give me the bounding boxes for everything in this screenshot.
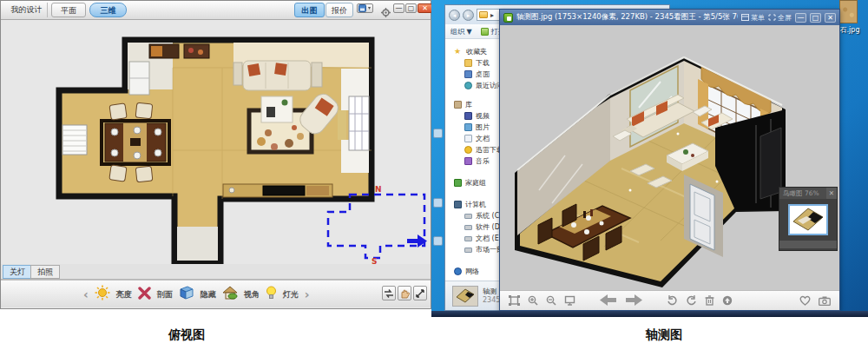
desktop-screenshot: 石.jpg ◂ ▸ ▸ 组织 ▼ 打开 ★收藏夹 下载 桌面 最近访问的位 库 … [431,0,868,317]
desktop-icon[interactable] [433,236,443,246]
cube-icon[interactable] [179,286,194,303]
navigator-title: 鸟瞰图 76% [783,188,819,199]
tab-3d[interactable]: 三维 [89,3,127,17]
drive-icon [464,225,472,230]
downloads-icon [464,59,472,67]
viewer-close-button[interactable]: ✕ [825,13,836,23]
prev-tools-chevron[interactable]: ‹ [83,287,89,301]
actual-size-icon[interactable] [564,293,575,309]
open-icon [481,28,489,36]
desktop-icon[interactable] [433,198,443,208]
photo-viewer-window: 轴测图.jpg (1753×1240像素, 227KB) - 2345看图王 -… [499,9,840,311]
rotate-left-icon[interactable] [667,293,678,309]
navigator-thumbnail[interactable] [788,204,828,235]
viewer-maximize-button[interactable]: □ [810,13,821,23]
next-image-icon[interactable] [625,293,642,309]
navigator-close-icon[interactable]: ✕ [826,188,837,199]
axonometric-image[interactable] [500,25,839,292]
refresh-view-button[interactable] [382,286,396,300]
prev-image-icon[interactable] [600,293,617,309]
quote-button[interactable]: 报价 [326,3,353,17]
export-button[interactable]: 出图 [294,3,325,17]
left-window [62,125,87,155]
lights-off-tab[interactable]: 关灯 [3,265,32,279]
maximize-button[interactable]: ▢ [405,3,417,13]
sun-icon[interactable] [95,285,110,304]
section-label[interactable]: 剖面 [157,289,173,300]
videos-icon [464,112,472,120]
swap-arrows-icon [384,288,394,299]
snapshot-tab[interactable]: 拍照 [30,265,60,279]
desktop-folder-icon [464,70,472,78]
red-x-icon[interactable] [138,287,151,303]
lighting-label[interactable]: 灯光 [283,289,299,300]
floorplan-canvas[interactable]: N S [1,20,431,264]
tv-console [223,184,332,197]
zoom-out-icon[interactable] [546,293,556,309]
breadcrumb-arrow: ▸ [490,11,494,19]
organize-menu[interactable]: 组织 ▼ [450,27,472,36]
forward-button[interactable]: ▸ [463,10,474,21]
homegroup-icon [454,179,462,187]
viewangle-label[interactable]: 视角 [244,289,260,300]
minimize-button[interactable]: — [393,3,404,13]
next-tools-chevron[interactable]: › [305,287,310,301]
house-icon[interactable] [222,286,238,303]
bottom-tool-tray: ‹ 亮度 剖面 隐藏 视角 灯光 › [1,280,431,307]
sofa-set [233,61,322,90]
viewer-titlebar[interactable]: 轴测图.jpg (1753×1240像素, 227KB) - 2345看图王 -… [500,10,839,25]
pictures-icon [464,123,472,131]
computer-icon [454,201,462,208]
fullscreen-button[interactable]: 全屏 [768,13,792,23]
stone-jpg-icon[interactable] [839,0,858,23]
favorite-icon[interactable] [799,293,811,309]
viewer-toolbar [500,290,839,310]
composite-figure: 我的设计 平面 三维 出图 报价 — ▢ ✕ [0,0,868,350]
recent-places-icon [464,82,472,89]
zoom-in-icon[interactable] [528,293,538,309]
tab-plan-2d[interactable]: 平面 [51,3,86,17]
upload-icon[interactable] [722,293,733,309]
design-app-toolbar: 我的设计 平面 三维 出图 报价 — ▢ ✕ [1,1,431,20]
star-icon: ★ [454,48,463,56]
rotate-right-icon[interactable] [686,293,697,309]
save-button[interactable] [357,3,373,13]
move-arrows-icon [415,288,425,299]
tab-my-design[interactable]: 我的设计 [6,3,48,17]
viewer-minimize-button[interactable]: — [795,13,806,23]
back-button[interactable]: ◂ [449,10,460,21]
libraries-icon [454,101,462,109]
render-mode-tabs: 关灯 拍照 [1,264,431,280]
bulb-icon[interactable] [266,286,277,304]
file-thumbnail [452,286,478,307]
viewer-app-icon [503,13,513,23]
camera-icon[interactable] [819,293,831,309]
folder-icon [479,11,488,18]
windows-taskbar[interactable] [431,311,868,317]
music-icon [464,157,472,165]
hide-label[interactable]: 隐藏 [201,289,216,300]
save-icon [358,4,372,12]
details-meta: 2345 [483,296,500,305]
move-button[interactable] [413,286,427,300]
desktop-icon[interactable] [433,129,443,138]
menu-button[interactable]: 菜单 [741,13,765,23]
right-window [338,69,369,173]
pan-button[interactable] [398,286,411,300]
brightness-label[interactable]: 亮度 [116,289,132,300]
caption-axon-view: 轴测图 [608,327,720,343]
fullscreen-icon [768,14,776,21]
coffee-table [261,96,293,122]
menu-icon [741,14,749,21]
navigator-panel[interactable]: 鸟瞰图 76%✕ [779,187,838,251]
thunder-icon [464,146,472,154]
close-button[interactable]: ✕ [418,3,432,13]
drive-icon [464,236,472,241]
documents-icon [464,135,472,142]
network-icon [454,267,462,275]
drive-icon [464,214,472,219]
fit-icon[interactable] [509,293,520,309]
gear-icon[interactable] [381,4,391,21]
delete-icon[interactable] [705,293,714,309]
hand-icon [399,288,410,299]
